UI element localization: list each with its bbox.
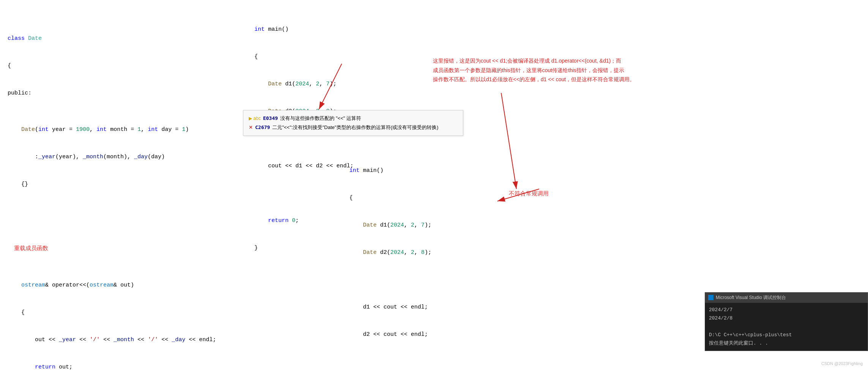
code-line (8, 207, 235, 216)
code-line: { (8, 61, 235, 71)
watermark: CSDN @2023Fighting (821, 361, 863, 367)
code-line: 重载成员函数 (8, 244, 235, 253)
error-code-c2679: C2679 (255, 124, 270, 131)
console-line-4: D:\C C++\c++\cplus-plus\test (709, 331, 864, 339)
vs-console-body: 2024/2/7 2024/2/8 D:\C C++\c++\cplus-plu… (705, 303, 868, 351)
top-right-code: int main() { Date d1(2024, 2, 7); Date d… (254, 7, 354, 271)
page-container: class Date { public: Date(int year = 190… (0, 0, 868, 370)
code-line: { (254, 52, 354, 61)
error-warn-icon: ▶ abc (249, 115, 261, 122)
code-line: out << _year << '/' << _month << '/' << … (8, 335, 235, 345)
error-row-2: ✕ C2679 二元"<<":没有找到接受"Date"类型的右操作数的运算符(或… (249, 124, 458, 131)
keyword: class (8, 35, 28, 42)
class-name: Date (28, 35, 42, 42)
code-line: { (8, 308, 235, 317)
code-text: Date(int year = 1900, int month = 1, int… (8, 126, 189, 133)
console-line-3 (709, 323, 864, 331)
top-right-code-block: int main() { Date d1(2024, 2, 7); Date d… (254, 7, 354, 271)
code-line: d1 << cout << endl; (349, 303, 431, 312)
error-err-icon: ✕ (249, 124, 253, 131)
error-msg-e0349: 没有与这些操作数匹配的 "<<" 运算符 (280, 115, 361, 122)
code-line: Date d1(2024, 2, 7); (254, 80, 354, 89)
code-line: public: (8, 89, 235, 98)
bottom-right-code: int main() { Date d1(2024, 2, 7); Date d… (349, 148, 431, 370)
code-line: Date(int year = 1900, int month = 1, int… (8, 125, 235, 134)
brace: { (8, 63, 11, 69)
code-line: return out; (8, 363, 235, 370)
annotation-text: 这里报错，这是因为cout << d1;会被编译器处理成 d1.operator… (433, 56, 695, 84)
code-line: return 0; (254, 216, 354, 225)
code-line (349, 276, 431, 285)
console-line-5: 按任意键关闭此窗口. . . (709, 339, 864, 348)
code-line: int main() (254, 25, 354, 34)
vs-console-title-text: Microsoft Visual Studio 调试控制台 (716, 294, 786, 301)
code-text: {} (8, 181, 28, 187)
vs-console-title: Microsoft Visual Studio 调试控制台 (705, 293, 868, 303)
console-line-2: 2024/2/8 (709, 314, 864, 323)
vs-icon (708, 295, 713, 300)
left-code-block: class Date { public: Date(int year = 190… (8, 7, 235, 370)
error-row-1: ▶ abc E0349 没有与这些操作数匹配的 "<<" 运算符 (249, 115, 458, 122)
error-msg-c2679: 二元"<<":没有找到接受"Date"类型的右操作数的运算符(或没有可接受的转换… (272, 124, 438, 131)
code-line: class Date (8, 34, 235, 43)
error-box: ▶ abc E0349 没有与这些操作数匹配的 "<<" 运算符 ✕ C2679… (243, 110, 463, 136)
access-spec: public: (8, 90, 32, 96)
code-text: :_year(year), _month(month), _day(day) (8, 154, 165, 160)
code-line: d2 << cout << endl; (349, 330, 431, 339)
code-line: :_year(year), _month(month), _day(day) (8, 153, 235, 162)
code-line (349, 357, 431, 367)
code-line: {} (8, 180, 235, 189)
code-line: ostream& operator<<(ostream& out) (8, 281, 235, 290)
code-line: Date d1(2024, 2, 7); (349, 221, 431, 230)
code-line: int main() (349, 166, 431, 175)
code-line: { (349, 194, 431, 203)
code-line (254, 189, 354, 198)
annotation-box: 这里报错，这是因为cout << d1;会被编译器处理成 d1.operator… (433, 56, 695, 84)
right-panel: int main() { Date d1(2024, 2, 7); Date d… (243, 0, 868, 370)
small-annotation: 不符合常规调用 (509, 189, 549, 198)
vs-console: Microsoft Visual Studio 调试控制台 2024/2/7 2… (705, 292, 868, 351)
code-line: } (254, 244, 354, 253)
svg-line-1 (501, 93, 516, 189)
console-line-1: 2024/2/7 (709, 306, 864, 314)
code-line: Date d2(2024, 2, 8); (349, 248, 431, 257)
error-code-e0349: E0349 (263, 115, 278, 122)
code-line: cout << d1 << d2 << endl; (254, 162, 354, 171)
bottom-right-code-block: int main() { Date d1(2024, 2, 7); Date d… (349, 148, 431, 370)
left-panel: class Date { public: Date(int year = 190… (0, 0, 243, 370)
